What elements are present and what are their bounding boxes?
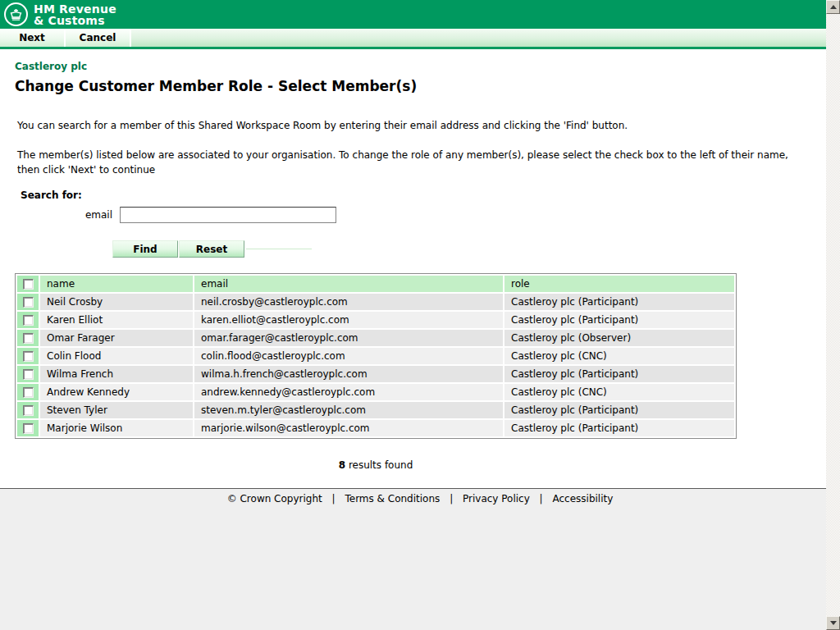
- select-all-cell: [17, 276, 39, 292]
- footer-link-privacy[interactable]: Privacy Policy: [459, 493, 533, 504]
- members-table: name email role Neil Crosby neil.crosby@…: [15, 273, 737, 439]
- footer-link-terms[interactable]: Terms & Conditions: [341, 493, 443, 504]
- member-email-cell: colin.flood@castleroyplc.com: [194, 348, 503, 364]
- member-email-cell: andrew.kennedy@castleroyplc.com: [194, 384, 503, 400]
- row-checkbox[interactable]: [23, 333, 34, 344]
- logo-line-2: & Customs: [34, 15, 116, 26]
- member-email-cell: wilma.h.french@castleroyplc.com: [194, 366, 503, 382]
- row-checkbox-cell: [17, 312, 39, 328]
- logo-line-1: HM Revenue: [34, 3, 116, 15]
- fieldset-rule: [246, 249, 312, 249]
- crown-copyright-label: © Crown Copyright: [224, 493, 326, 504]
- member-email-cell: steven.m.tyler@castleroyplc.com: [194, 402, 503, 418]
- row-checkbox-cell: [17, 348, 39, 364]
- member-role-cell: Castleroy plc (CNC): [504, 348, 734, 364]
- row-checkbox-cell: [17, 366, 39, 382]
- scroll-down-icon: [830, 621, 837, 625]
- nav-toolbar-fill: [131, 29, 840, 47]
- nav-toolbar: Next Cancel: [0, 29, 840, 47]
- member-role-cell: Castleroy plc (Participant): [504, 312, 734, 328]
- scroll-down-button[interactable]: [826, 616, 840, 630]
- table-row: Neil Crosby neil.crosby@castleroyplc.com…: [17, 294, 734, 310]
- member-role-cell: Castleroy plc (CNC): [504, 384, 734, 400]
- page-content: Castleroy plc Change Customer Member Rol…: [0, 49, 840, 471]
- table-row: Steven Tyler steven.m.tyler@castleroyplc…: [17, 402, 734, 418]
- member-name-cell: Wilma French: [40, 366, 193, 382]
- row-checkbox[interactable]: [23, 423, 34, 434]
- table-row: Andrew Kennedy andrew.kennedy@castleroyp…: [17, 384, 734, 400]
- member-name-cell: Colin Flood: [40, 348, 193, 364]
- member-name-cell: Andrew Kennedy: [40, 384, 193, 400]
- column-header-email: email: [194, 276, 503, 292]
- hmrc-crown-icon: [4, 2, 28, 26]
- application-window: HM Revenue & Customs Next Cancel Castler…: [0, 0, 840, 630]
- reset-button[interactable]: Reset: [179, 240, 244, 258]
- row-checkbox-cell: [17, 330, 39, 346]
- member-role-cell: Castleroy plc (Participant): [504, 366, 734, 382]
- results-count: 8: [339, 459, 345, 471]
- member-role-cell: Castleroy plc (Participant): [504, 402, 734, 418]
- hmrc-logo-text: HM Revenue & Customs: [34, 3, 116, 26]
- row-checkbox-cell: [17, 420, 39, 436]
- row-checkbox-cell: [17, 294, 39, 310]
- member-role-cell: Castleroy plc (Observer): [504, 330, 734, 346]
- select-all-checkbox[interactable]: [23, 279, 34, 290]
- scroll-up-button[interactable]: [826, 0, 840, 14]
- intro-paragraph-1: You can search for a member of this Shar…: [15, 118, 792, 133]
- table-row: Karen Elliot karen.elliot@castleroyplc.c…: [17, 312, 734, 328]
- results-summary: 8 results found: [15, 459, 737, 471]
- member-role-cell: Castleroy plc (Participant): [504, 420, 734, 436]
- member-email-cell: karen.elliot@castleroyplc.com: [194, 312, 503, 328]
- member-email-cell: marjorie.wilson@castleroyplc.com: [194, 420, 503, 436]
- member-name-cell: Steven Tyler: [40, 402, 193, 418]
- row-checkbox[interactable]: [23, 297, 34, 308]
- table-row: Marjorie Wilson marjorie.wilson@castlero…: [17, 420, 734, 436]
- footer-separator: |: [536, 493, 546, 504]
- member-role-cell: Castleroy plc (Participant): [504, 294, 734, 310]
- member-name-cell: Marjorie Wilson: [40, 420, 193, 436]
- member-name-cell: Neil Crosby: [40, 294, 193, 310]
- table-body: Neil Crosby neil.crosby@castleroyplc.com…: [17, 294, 734, 436]
- search-for-label: Search for:: [15, 189, 840, 201]
- table-row: Omar Farager omar.farager@castleroyplc.c…: [17, 330, 734, 346]
- intro-paragraph-2: The member(s) listed below are associate…: [15, 148, 792, 177]
- row-checkbox[interactable]: [23, 369, 34, 380]
- results-label: results found: [349, 459, 413, 471]
- table-row: Colin Flood colin.flood@castleroyplc.com…: [17, 348, 734, 364]
- row-checkbox-cell: [17, 402, 39, 418]
- table-row: Wilma French wilma.h.french@castleroyplc…: [17, 366, 734, 382]
- email-field-label: email: [15, 209, 120, 221]
- member-email-cell: omar.farager@castleroyplc.com: [194, 330, 503, 346]
- email-input[interactable]: [120, 207, 336, 223]
- search-buttons-row: Find Reset: [112, 240, 840, 258]
- footer-separator: |: [446, 493, 456, 504]
- org-name-label: Castleroy plc: [15, 49, 840, 72]
- footer-link-accessibility[interactable]: Accessibility: [549, 493, 616, 504]
- member-email-cell: neil.crosby@castleroyplc.com: [194, 294, 503, 310]
- column-header-role: role: [504, 276, 734, 292]
- row-checkbox[interactable]: [23, 351, 34, 362]
- vertical-scrollbar[interactable]: [826, 0, 840, 630]
- next-button[interactable]: Next: [0, 29, 64, 47]
- footer-separator: |: [329, 493, 339, 504]
- table-header-row: name email role: [17, 276, 734, 292]
- row-checkbox[interactable]: [23, 405, 34, 416]
- cancel-button[interactable]: Cancel: [66, 29, 130, 47]
- row-checkbox-cell: [17, 384, 39, 400]
- column-header-name: name: [40, 276, 193, 292]
- page-title: Change Customer Member Role - Select Mem…: [15, 78, 840, 94]
- masthead: HM Revenue & Customs: [0, 0, 840, 29]
- scroll-up-icon: [830, 5, 837, 9]
- row-checkbox[interactable]: [23, 315, 34, 326]
- row-checkbox[interactable]: [23, 387, 34, 398]
- page-footer: © Crown Copyright | Terms & Conditions |…: [0, 488, 840, 630]
- find-button[interactable]: Find: [112, 240, 178, 258]
- email-search-row: email: [15, 207, 840, 223]
- member-name-cell: Omar Farager: [40, 330, 193, 346]
- member-name-cell: Karen Elliot: [40, 312, 193, 328]
